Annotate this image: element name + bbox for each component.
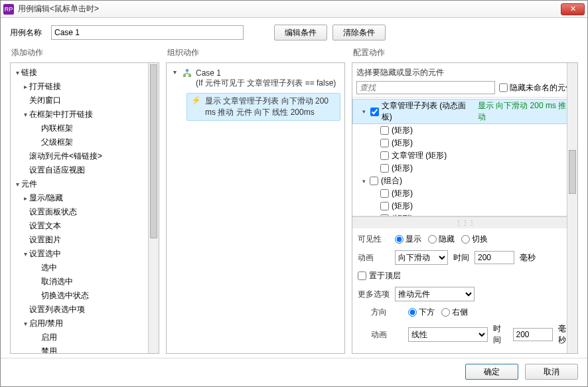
anim2-label: 动画 xyxy=(371,329,403,341)
bolt-icon: ⚡ xyxy=(191,96,201,105)
action-prefix: 显示 xyxy=(205,96,221,106)
widget-row[interactable]: ▾ 文章管理子列表 (动态面板) 显示 向下滑动 200 ms 推动 xyxy=(352,99,577,124)
ok-button[interactable]: 确定 xyxy=(465,364,518,380)
anim-select[interactable]: 向下滑动 xyxy=(395,250,448,265)
action-关闭窗口[interactable]: 关闭窗口 xyxy=(12,94,157,108)
cancel-button[interactable]: 取消 xyxy=(525,364,578,380)
add-action-panel: ▾链接▸打开链接关闭窗口▾在框架中打开链接内联框架父级框架滚动到元件<锚链接>设… xyxy=(10,62,159,354)
action-打开链接[interactable]: ▸打开链接 xyxy=(12,80,157,94)
visibility-label: 可见性 xyxy=(358,234,390,245)
action-显示/隐藏[interactable]: ▸显示/隐藏 xyxy=(12,191,157,205)
titlebar: RP 用例编辑<鼠标单击时> ✕ xyxy=(1,1,587,18)
organize-action-panel: ▾ Case 1 (If 元件可见于 文章管理子列表 == false) ⚡ 显… xyxy=(166,62,345,354)
select-widget-label: 选择要隐藏或显示的元件 xyxy=(352,63,577,80)
header-row: 用例名称 编辑条件 清除条件 xyxy=(1,18,587,44)
footer: 确定 取消 xyxy=(1,358,587,386)
action-父级框架[interactable]: 父级框架 xyxy=(12,135,157,149)
bring-front-checkbox[interactable]: 置于顶层 xyxy=(358,270,401,281)
right-scrollbar[interactable] xyxy=(567,63,577,353)
action-row[interactable]: ⚡ 显示 文章管理子列表 向下滑动 200 ms 推动 元件 向下 线性 200… xyxy=(186,93,340,121)
action-切换选中状态[interactable]: 切换选中状态 xyxy=(12,289,157,303)
action-启用/禁用[interactable]: ▾启用/禁用 xyxy=(12,317,157,331)
anim-label: 动画 xyxy=(358,252,390,264)
action-设置文本[interactable]: 设置文本 xyxy=(12,219,157,233)
time2-input[interactable] xyxy=(513,328,553,341)
add-action-header: 添加动作 xyxy=(10,44,159,62)
dir-label: 方向 xyxy=(371,307,403,318)
close-button[interactable]: ✕ xyxy=(561,3,585,15)
action-设置列表选中项[interactable]: 设置列表选中项 xyxy=(12,303,157,317)
action-启用[interactable]: 启用 xyxy=(12,331,157,345)
ms-label: 毫秒 xyxy=(520,252,536,264)
widget-row[interactable]: (矩形) xyxy=(352,212,577,216)
action-设置选中[interactable]: ▾设置选中 xyxy=(12,247,157,261)
action-在框架中打开链接[interactable]: ▾在框架中打开链接 xyxy=(12,108,157,121)
widget-row[interactable]: (矩形) xyxy=(352,187,577,200)
configure-action-panel: 选择要隐藏或显示的元件 隐藏未命名的元件 ▾ 文章管理子列表 (动态面板) 显示… xyxy=(352,62,578,354)
widget-row[interactable]: 文章管理 (矩形) xyxy=(352,149,577,162)
widget-row[interactable]: (矩形) xyxy=(352,200,577,212)
svg-rect-0 xyxy=(186,69,188,72)
widget-row[interactable]: (矩形) xyxy=(352,137,577,149)
widget-row[interactable]: (矩形) xyxy=(352,162,577,175)
visibility-radios[interactable]: 显示 隐藏 切换 xyxy=(395,234,488,245)
edit-condition-button[interactable]: 编辑条件 xyxy=(274,25,327,40)
app-logo: RP xyxy=(3,4,14,15)
time2-label: 时间 xyxy=(493,323,508,346)
action-滚动到元件<锚链接>[interactable]: 滚动到元件<锚链接> xyxy=(12,149,157,163)
case-name-label: 用例名称 xyxy=(10,27,42,39)
case-icon xyxy=(183,68,192,78)
svg-rect-1 xyxy=(183,74,186,77)
time-input[interactable] xyxy=(475,251,514,264)
widget-row[interactable]: (矩形) xyxy=(352,124,577,137)
widget-tree[interactable]: ▾ 文章管理子列表 (动态面板) 显示 向下滑动 200 ms 推动 (矩形) … xyxy=(352,97,577,216)
action-元件[interactable]: ▾元件 xyxy=(12,177,157,191)
action-text: 文章管理子列表 向下滑动 200 ms 推动 元件 向下 线性 200ms xyxy=(205,96,329,117)
action-取消选中[interactable]: 取消选中 xyxy=(12,275,157,289)
action-链接[interactable]: ▾链接 xyxy=(12,66,157,80)
case-row[interactable]: ▾ Case 1 (If 元件可见于 文章管理子列表 == false) xyxy=(167,66,344,92)
action-设置面板状态[interactable]: 设置面板状态 xyxy=(12,205,157,219)
window-title: 用例编辑<鼠标单击时> xyxy=(18,3,561,15)
h-scrollbar[interactable]: ⋮⋮⋮ xyxy=(352,216,577,228)
configure-action-header: 配置动作 xyxy=(352,44,578,62)
case-condition: (If 元件可见于 文章管理子列表 == false) xyxy=(196,78,336,89)
more-label: 更多选项 xyxy=(358,289,390,300)
svg-rect-2 xyxy=(188,74,191,77)
action-禁用[interactable]: 禁用 xyxy=(12,345,157,354)
organize-action-header: 组织动作 xyxy=(166,44,345,62)
clear-condition-button[interactable]: 清除条件 xyxy=(332,25,386,40)
more-select[interactable]: 推动元件 xyxy=(395,287,475,301)
action-选中[interactable]: 选中 xyxy=(12,261,157,275)
hide-unnamed-checkbox[interactable]: 隐藏未命名的元件 xyxy=(499,81,573,94)
case-name-input[interactable] xyxy=(51,25,244,40)
case-name-text: Case 1 xyxy=(196,68,336,78)
anim2-select[interactable]: 线性 xyxy=(408,327,488,342)
direction-radios[interactable]: 下方 右侧 xyxy=(408,307,468,318)
scrollbar[interactable] xyxy=(148,63,159,353)
action-设置图片[interactable]: 设置图片 xyxy=(12,233,157,247)
widget-search-input[interactable] xyxy=(356,81,495,94)
widget-row[interactable]: ▾ (组合) xyxy=(352,175,577,187)
action-内联框架[interactable]: 内联框架 xyxy=(12,121,157,135)
time-label: 时间 xyxy=(453,252,469,264)
action-设置自适应视图[interactable]: 设置自适应视图 xyxy=(12,163,157,177)
